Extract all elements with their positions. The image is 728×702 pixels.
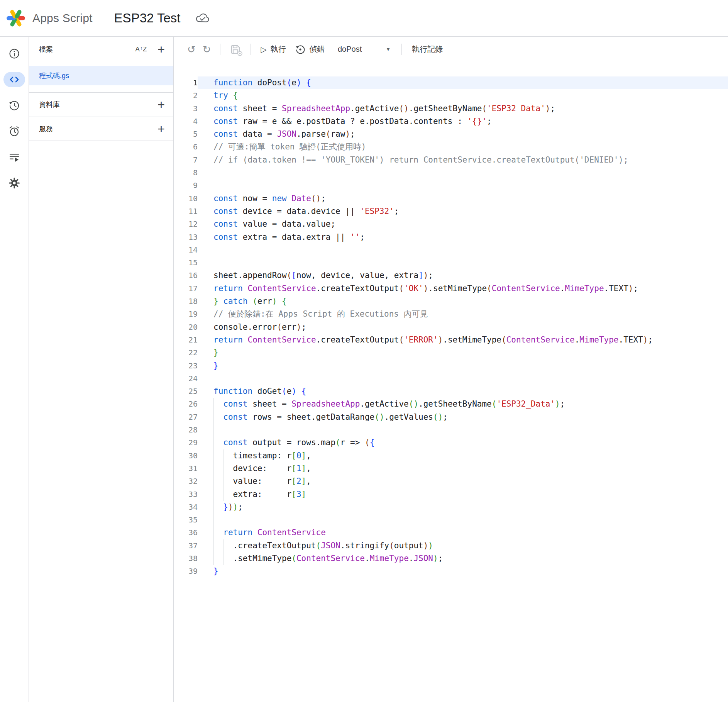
line-number[interactable]: 9 [174, 179, 198, 192]
line-number[interactable]: 25 [174, 385, 198, 398]
code-line[interactable]: 29 const output = rows.map(r => ({ [174, 436, 728, 449]
run-button[interactable]: ▷ 執行 [256, 42, 291, 57]
line-number[interactable]: 19 [174, 308, 198, 320]
code-line[interactable]: 16sheet.appendRow([now, device, value, e… [174, 269, 728, 282]
rail-overview-button[interactable] [3, 44, 25, 63]
rail-settings-button[interactable] [3, 174, 25, 192]
sort-files-icon[interactable]: A↑Z [135, 46, 147, 53]
save-project-button[interactable] [230, 44, 241, 55]
line-number[interactable]: 18 [174, 295, 198, 308]
code-line[interactable]: 20console.error(err); [174, 321, 728, 334]
line-number[interactable]: 34 [174, 501, 198, 514]
code-line[interactable]: 24 [174, 372, 728, 385]
line-number[interactable]: 23 [174, 359, 198, 372]
line-number[interactable]: 32 [174, 475, 198, 488]
line-number[interactable]: 4 [174, 115, 198, 128]
code-line[interactable]: 11const device = data.device || 'ESP32'; [174, 205, 728, 218]
code-line[interactable]: 15 [174, 256, 728, 269]
line-number[interactable]: 37 [174, 539, 198, 552]
code-line[interactable]: 17return ContentService.createTextOutput… [174, 282, 728, 295]
redo-button[interactable]: ↻ [203, 44, 211, 54]
rail-executions-button[interactable] [3, 148, 25, 166]
rail-triggers-button[interactable] [3, 122, 25, 141]
line-number[interactable]: 31 [174, 462, 198, 475]
file-row-code-gs[interactable]: 程式碼.gs [29, 66, 173, 85]
line-number[interactable]: 3 [174, 102, 198, 115]
code-line[interactable]: 35 [174, 514, 728, 526]
line-number[interactable]: 30 [174, 449, 198, 462]
code-line[interactable]: 1function doPost(e) { [174, 76, 728, 89]
code-line[interactable]: 32 value: r[2], [174, 475, 728, 488]
add-service-button[interactable]: + [157, 123, 165, 135]
line-number[interactable]: 13 [174, 231, 198, 244]
code-line[interactable]: 2try { [174, 89, 728, 102]
code-line[interactable]: 13const extra = data.extra || ''; [174, 231, 728, 244]
line-number[interactable]: 35 [174, 514, 198, 526]
project-title[interactable]: ESP32 Test [114, 11, 181, 25]
line-number[interactable]: 20 [174, 321, 198, 334]
libraries-section[interactable]: 資料庫 + [29, 92, 173, 117]
line-number[interactable]: 22 [174, 346, 198, 359]
code-line[interactable]: 14 [174, 244, 728, 256]
code-line[interactable]: 23} [174, 359, 728, 372]
code-line[interactable]: 28 [174, 424, 728, 436]
line-number[interactable]: 27 [174, 411, 198, 424]
line-number[interactable]: 29 [174, 436, 198, 449]
code-line[interactable]: 34 })); [174, 501, 728, 514]
services-section[interactable]: 服務 + [29, 117, 173, 141]
code-line[interactable]: 6// 可選:簡單 token 驗證(正式使用時) [174, 141, 728, 153]
line-number[interactable]: 6 [174, 141, 198, 153]
undo-button[interactable]: ↺ [187, 44, 196, 54]
line-number[interactable]: 38 [174, 552, 198, 565]
code-line[interactable]: 3const sheet = SpreadsheetApp.getActive(… [174, 102, 728, 115]
app-name[interactable]: Apps Script [32, 12, 93, 25]
code-line[interactable]: 39} [174, 565, 728, 578]
code-line[interactable]: 19// 便於除錯:在 Apps Script 的 Executions 內可見 [174, 308, 728, 320]
code-line[interactable]: 31 device: r[1], [174, 462, 728, 475]
line-number[interactable]: 28 [174, 424, 198, 436]
rail-editor-button[interactable] [3, 72, 25, 87]
line-number[interactable]: 33 [174, 488, 198, 501]
code-editor[interactable]: 1function doPost(e) {2try {3const sheet … [174, 62, 728, 702]
line-number[interactable]: 17 [174, 282, 198, 295]
code-line[interactable]: 5const data = JSON.parse(raw); [174, 128, 728, 141]
line-number[interactable]: 8 [174, 166, 198, 179]
debug-button[interactable]: 偵錯 [291, 42, 329, 57]
line-number[interactable]: 10 [174, 192, 198, 205]
line-number[interactable]: 16 [174, 269, 198, 282]
code-line[interactable]: 33 extra: r[3] [174, 488, 728, 501]
function-dropdown[interactable]: doPost ▼ [338, 45, 391, 54]
line-number[interactable]: 21 [174, 334, 198, 346]
line-number[interactable]: 7 [174, 154, 198, 166]
line-number[interactable]: 12 [174, 218, 198, 231]
code-line[interactable]: 22} [174, 346, 728, 359]
line-number[interactable]: 5 [174, 128, 198, 141]
line-number[interactable]: 24 [174, 372, 198, 385]
code-line[interactable]: 30 timestamp: r[0], [174, 449, 728, 462]
code-line[interactable]: 10const now = new Date(); [174, 192, 728, 205]
code-line[interactable]: 21return ContentService.createTextOutput… [174, 334, 728, 346]
code-line[interactable]: 9 [174, 179, 728, 192]
code-line[interactable]: 4const raw = e && e.postData ? e.postDat… [174, 115, 728, 128]
line-number[interactable]: 2 [174, 89, 198, 102]
add-library-button[interactable]: + [157, 98, 165, 111]
code-line[interactable]: 27 const rows = sheet.getDataRange().get… [174, 411, 728, 424]
code-line[interactable]: 38 .setMimeType(ContentService.MimeType.… [174, 552, 728, 565]
code-line[interactable]: 36 return ContentService [174, 526, 728, 539]
line-number[interactable]: 11 [174, 205, 198, 218]
line-number[interactable]: 26 [174, 398, 198, 410]
code-line[interactable]: 25function doGet(e) { [174, 385, 728, 398]
code-line[interactable]: 37 .createTextOutput(JSON.stringify(outp… [174, 539, 728, 552]
line-number[interactable]: 15 [174, 256, 198, 269]
code-line[interactable]: 12const value = data.value; [174, 218, 728, 231]
code-line[interactable]: 7// if (data.token !== 'YOUR_TOKEN') ret… [174, 154, 728, 166]
code-line[interactable]: 8 [174, 166, 728, 179]
line-number[interactable]: 36 [174, 526, 198, 539]
line-number[interactable]: 39 [174, 565, 198, 578]
line-number[interactable]: 14 [174, 244, 198, 256]
code-line[interactable]: 18} catch (err) { [174, 295, 728, 308]
add-file-button[interactable]: + [157, 43, 165, 56]
code-line[interactable]: 26 const sheet = SpreadsheetApp.getActiv… [174, 398, 728, 410]
line-number[interactable]: 1 [174, 76, 198, 89]
rail-project-history-button[interactable] [3, 96, 25, 115]
